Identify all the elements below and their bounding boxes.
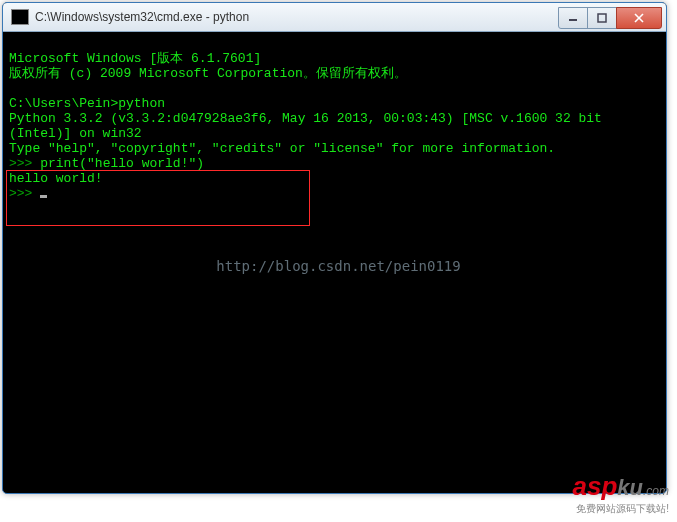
term-line: Python 3.3.2 (v3.3.2:d047928ae3f6, May 1… — [9, 111, 610, 141]
cursor — [40, 195, 47, 198]
py-output: hello world! — [9, 171, 103, 186]
maximize-button[interactable] — [587, 7, 617, 29]
term-line: 版权所有 (c) 2009 Microsoft Corporation。保留所有… — [9, 66, 407, 81]
close-icon — [633, 13, 645, 23]
maximize-icon — [597, 13, 607, 23]
py-prompt: >>> — [9, 156, 40, 171]
close-button[interactable] — [616, 7, 662, 29]
term-line: Microsoft Windows [版本 6.1.7601] — [9, 51, 261, 66]
py-input: print("hello world!") — [40, 156, 204, 171]
terminal-area[interactable]: Microsoft Windows [版本 6.1.7601] 版权所有 (c)… — [3, 32, 666, 494]
cmd-icon — [11, 9, 29, 25]
window-title: C:\Windows\system32\cmd.exe - python — [35, 10, 559, 24]
minimize-button[interactable] — [558, 7, 588, 29]
term-line: C:\Users\Pein>python — [9, 96, 165, 111]
term-line: Type "help", "copyright", "credits" or "… — [9, 141, 555, 156]
titlebar[interactable]: C:\Windows\system32\cmd.exe - python — [3, 3, 666, 32]
window-controls — [559, 7, 662, 27]
py-prompt: >>> — [9, 186, 40, 201]
minimize-icon — [568, 13, 578, 23]
logo-subtitle: 免费网站源码下载站! — [572, 502, 669, 516]
svg-rect-1 — [598, 14, 606, 22]
cmd-window: C:\Windows\system32\cmd.exe - python Mic… — [2, 2, 667, 494]
